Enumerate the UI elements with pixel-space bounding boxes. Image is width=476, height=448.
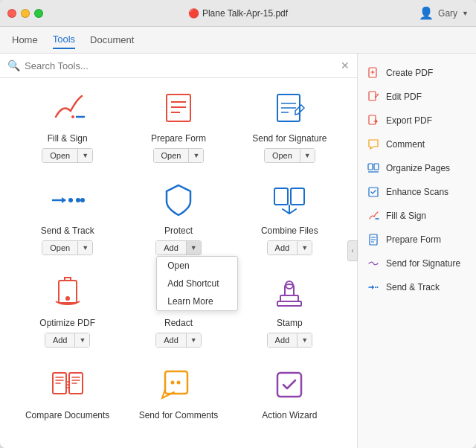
rp-item-enhance-scans[interactable]: Enhance Scans [358, 180, 476, 204]
send-signature-rp-icon [367, 257, 380, 270]
main-content: 🔍 ✕ [0, 54, 476, 448]
collapse-panel-button[interactable]: ‹ [347, 240, 358, 261]
protect-dropdown-menu: Open Add Shortcut Learn More [156, 256, 238, 311]
rp-fill-sign-label: Fill & Sign [386, 211, 426, 221]
user-dropdown-icon[interactable]: ▼ [462, 10, 469, 17]
prepare-form-dropdown-button[interactable]: ▼ [188, 149, 203, 162]
redact-label: Redact [164, 318, 193, 328]
tool-send-track: Send & Track Open ▼ [23, 178, 112, 255]
svg-point-10 [76, 198, 80, 202]
maximize-button[interactable] [34, 9, 43, 18]
stamp-label: Stamp [277, 318, 303, 328]
search-clear-button[interactable]: ✕ [341, 60, 350, 71]
tool-action-wizard: Action Wizard [245, 362, 334, 425]
compare-documents-icon [42, 362, 94, 407]
fill-sign-open-button[interactable]: Open [42, 149, 77, 162]
prepare-form-open-button[interactable]: Open [154, 149, 189, 162]
rp-export-pdf-label: Export PDF [386, 115, 432, 126]
user-area[interactable]: 👤 Gary ▼ [419, 6, 469, 20]
redact-dropdown-button[interactable]: ▼ [186, 333, 201, 347]
tools-row-1: Fill & Sign Open ▼ [12, 86, 345, 163]
svg-rect-26 [277, 373, 301, 397]
prepare-form-icon [152, 86, 205, 130]
send-comments-icon [152, 362, 205, 407]
minimize-button[interactable] [21, 9, 30, 18]
window-title: 🔴 Plane Talk-Apr-15.pdf [188, 8, 288, 19]
optimize-pdf-dropdown-button[interactable]: ▼ [74, 333, 89, 347]
rp-item-edit-pdf[interactable]: Edit PDF [358, 85, 476, 109]
send-track-dropdown-button[interactable]: ▼ [77, 241, 92, 255]
protect-label: Protect [164, 225, 193, 236]
optimize-pdf-label: Optimize PDF [39, 318, 95, 328]
rp-item-send-track[interactable]: Send & Track [358, 275, 476, 299]
tool-stamp: Stamp Add ▼ [245, 270, 334, 348]
rp-item-organize-pages[interactable]: Organize Pages [358, 156, 476, 180]
nav-home[interactable]: Home [12, 31, 38, 48]
nav-tools[interactable]: Tools [53, 31, 75, 49]
protect-icon [152, 178, 205, 223]
send-track-icon [42, 178, 94, 223]
svg-point-40 [377, 287, 379, 288]
tools-row-4: Compare Documents [12, 362, 345, 425]
edit-pdf-icon [367, 90, 380, 103]
protect-menu-learn-more[interactable]: Learn More [157, 292, 237, 310]
protect-menu-add-shortcut[interactable]: Add Shortcut [157, 275, 237, 292]
action-wizard-label: Action Wizard [262, 410, 317, 420]
svg-point-11 [80, 198, 85, 202]
optimize-pdf-add-button[interactable]: Add [45, 333, 75, 347]
protect-add-button[interactable]: Add [156, 241, 186, 255]
protect-menu-open[interactable]: Open [157, 257, 237, 275]
optimize-pdf-btn-group: Add ▼ [45, 333, 91, 348]
redact-add-button[interactable]: Add [156, 333, 186, 347]
svg-point-0 [71, 115, 74, 118]
left-panel: 🔍 ✕ [0, 54, 357, 448]
combine-files-dropdown-button[interactable]: ▼ [297, 241, 312, 255]
svg-rect-29 [369, 115, 376, 124]
stamp-btn-group: Add ▼ [267, 333, 313, 348]
rp-item-export-pdf[interactable]: Export PDF [358, 109, 476, 132]
fill-sign-label: Fill & Sign [48, 133, 88, 144]
fill-sign-dropdown-button[interactable]: ▼ [77, 149, 92, 162]
search-bar: 🔍 ✕ [0, 54, 357, 78]
nav-bar: Home Tools Document [0, 27, 476, 54]
svg-rect-30 [368, 164, 373, 170]
fill-sign-rp-icon [367, 209, 380, 223]
svg-point-24 [170, 381, 174, 385]
rp-create-pdf-label: Create PDF [386, 68, 433, 78]
rp-item-comment[interactable]: Comment [358, 132, 476, 156]
stamp-add-button[interactable]: Add [268, 333, 298, 347]
tool-compare-documents: Compare Documents [23, 362, 112, 425]
svg-rect-13 [291, 188, 304, 205]
tools-row-2: Send & Track Open ▼ [12, 178, 345, 255]
organize-pages-icon [367, 161, 380, 175]
svg-rect-31 [374, 164, 379, 170]
search-icon: 🔍 [7, 60, 20, 71]
send-track-open-button[interactable]: Open [42, 241, 77, 255]
traffic-lights [7, 9, 43, 18]
send-track-label: Send & Track [41, 225, 94, 236]
protect-dropdown-button[interactable]: ▼ [186, 241, 201, 255]
search-input[interactable] [25, 60, 341, 71]
stamp-dropdown-button[interactable]: ▼ [297, 333, 312, 347]
rp-prepare-form-label: Prepare Form [386, 234, 441, 245]
prepare-form-label: Prepare Form [151, 133, 206, 144]
svg-point-25 [176, 381, 180, 385]
send-signature-open-button[interactable]: Open [265, 149, 300, 162]
combine-files-add-button[interactable]: Add [268, 241, 298, 255]
main-window: 🔴 Plane Talk-Apr-15.pdf 👤 Gary ▼ Home To… [0, 0, 476, 448]
create-pdf-icon [367, 66, 380, 80]
send-comments-label: Send for Comments [139, 410, 219, 420]
close-button[interactable] [7, 9, 16, 18]
tool-optimize-pdf: Optimize PDF Add ▼ [23, 270, 112, 348]
tool-combine-files: Combine Files Add ▼ [245, 178, 334, 255]
rp-item-prepare-form[interactable]: Prepare Form [358, 228, 476, 252]
send-signature-dropdown-button[interactable]: ▼ [300, 149, 315, 162]
tool-fill-sign: Fill & Sign Open ▼ [23, 86, 112, 163]
rp-item-send-signature[interactable]: Send for Signature [358, 252, 476, 275]
send-signature-icon [263, 86, 315, 130]
nav-document[interactable]: Document [90, 31, 134, 48]
rp-item-fill-sign[interactable]: Fill & Sign [358, 204, 476, 228]
svg-rect-18 [280, 295, 298, 301]
rp-item-create-pdf[interactable]: Create PDF [358, 61, 476, 85]
prepare-form-btn-group: Open ▼ [153, 148, 205, 163]
